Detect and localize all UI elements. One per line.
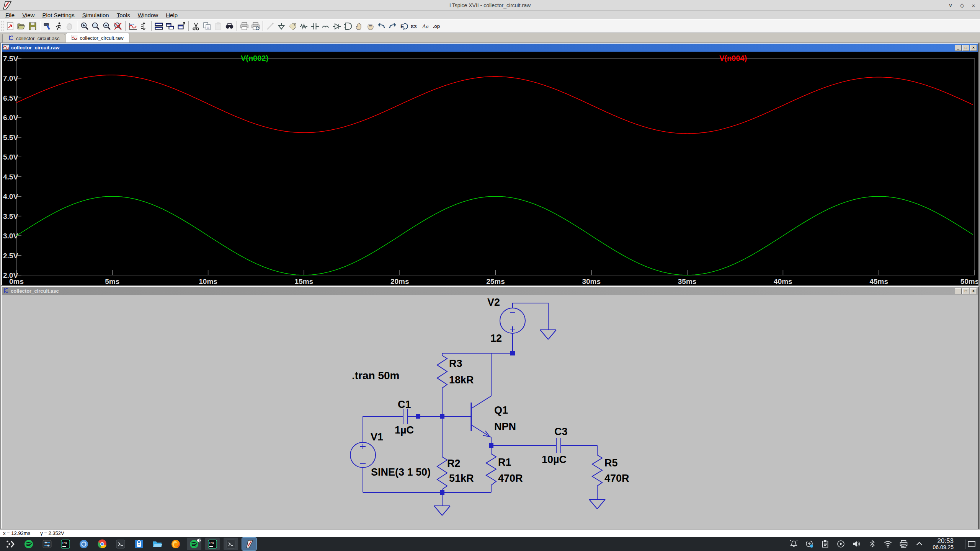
label-c1-name[interactable]: C1: [398, 399, 411, 410]
component-r3-resistor[interactable]: [437, 355, 447, 388]
resistor-button[interactable]: [298, 21, 309, 31]
label-net-button[interactable]: [287, 21, 298, 31]
mirror-button[interactable]: Ɛ3: [409, 21, 420, 31]
schematic-window-titlebar[interactable]: collector_circuit.asc _□×: [2, 287, 978, 295]
bluetooth-icon[interactable]: [868, 540, 877, 549]
label-v2-value[interactable]: 12: [490, 333, 502, 344]
redo-button[interactable]: [387, 21, 398, 31]
component-c3-capacitor[interactable]: [556, 438, 561, 453]
toolbar-drag-handle[interactable]: [1, 21, 3, 31]
taskbar-settings-icon[interactable]: [40, 538, 54, 550]
window-titlebar[interactable]: LTspice XVII - collector_circuit.raw ∨◇×: [0, 0, 980, 11]
component-c1-capacitor[interactable]: [403, 409, 408, 424]
taskbar-spotify-running-icon[interactable]: [187, 538, 201, 550]
inductor-button[interactable]: [320, 21, 332, 31]
schematic-minimize-button[interactable]: _: [955, 288, 962, 294]
zoom-extents-button[interactable]: [113, 21, 124, 31]
capacitor-button[interactable]: [309, 21, 320, 31]
waveform-minimize-button[interactable]: _: [955, 45, 962, 51]
taskbar-terminal-running-icon[interactable]: [224, 538, 238, 550]
menu-simulation[interactable]: Simulation: [78, 11, 113, 19]
tab-collector-circuit-asc[interactable]: collector_circuit.asc: [2, 34, 65, 42]
taskbar-ltspice-running-icon[interactable]: [242, 538, 256, 550]
ground-button[interactable]: [276, 21, 287, 31]
label-v2-name[interactable]: V2: [487, 297, 500, 308]
print-button[interactable]: [239, 21, 250, 31]
print-preview-button[interactable]: [250, 21, 261, 31]
taskbar-file-manager-icon[interactable]: [150, 538, 165, 550]
menu-help[interactable]: Help: [162, 11, 181, 19]
trace-V(n002)[interactable]: [16, 196, 973, 275]
component-q1-npn-transistor[interactable]: [471, 396, 491, 437]
menu-window[interactable]: Window: [134, 11, 162, 19]
menu-plot-settings[interactable]: Plot Settings: [38, 11, 78, 19]
label-r5-name[interactable]: R5: [604, 457, 618, 469]
label-r2-name[interactable]: R2: [447, 458, 461, 469]
taskbar-spotify-icon[interactable]: [21, 538, 36, 550]
system-minimize-button[interactable]: ∨: [947, 2, 954, 9]
cascade-button[interactable]: [176, 21, 187, 31]
trace-V(n004)[interactable]: [16, 75, 973, 134]
spice-directive-button[interactable]: .op: [431, 21, 443, 31]
taskbar-app-launcher-icon[interactable]: [3, 538, 18, 550]
trace-label-V(n004)[interactable]: V(n004): [719, 54, 747, 62]
copy-button[interactable]: [202, 21, 213, 31]
component-v2-voltage-source[interactable]: [500, 308, 525, 333]
volume-icon[interactable]: [852, 540, 861, 549]
drag-button[interactable]: [365, 21, 376, 31]
autorange-y-button[interactable]: [127, 21, 139, 31]
plot-settings-button[interactable]: [139, 21, 150, 31]
zoom-back-button[interactable]: [90, 21, 101, 31]
taskbar-chromium-icon[interactable]: [77, 538, 91, 550]
halt-button[interactable]: [64, 21, 75, 31]
network-wifi-icon[interactable]: [884, 540, 893, 549]
taskbar-pycharm-icon[interactable]: PC: [58, 538, 73, 550]
label-c3-name[interactable]: C3: [554, 426, 568, 437]
paste-button[interactable]: [213, 21, 224, 31]
open-file-button[interactable]: [16, 21, 27, 31]
label-q1-type[interactable]: NPN: [494, 421, 516, 432]
cut-button[interactable]: [191, 21, 202, 31]
clipboard-icon[interactable]: [821, 540, 830, 549]
zoom-area-button[interactable]: [79, 21, 90, 31]
label-c3-value[interactable]: 10µC: [542, 454, 567, 465]
component-button[interactable]: [343, 21, 354, 31]
software-update-icon[interactable]: [805, 540, 814, 549]
label-r5-value[interactable]: 470R: [604, 473, 629, 484]
taskbar-pycharm-running-icon[interactable]: PC: [205, 538, 220, 550]
taskbar-terminal-icon[interactable]: [113, 538, 128, 550]
diode-button[interactable]: [332, 21, 343, 31]
notifications-icon[interactable]: [789, 540, 799, 549]
printer-icon[interactable]: [899, 540, 908, 549]
taskbar-discover-icon[interactable]: [132, 538, 146, 550]
trace-label-V(n002)[interactable]: V(n002): [241, 54, 268, 62]
schematic-maximize-button[interactable]: □: [962, 288, 969, 294]
label-c1-value[interactable]: 1µC: [395, 424, 414, 436]
spice-directive-text[interactable]: .tran 50m: [352, 370, 400, 381]
zoom-out-button[interactable]: [101, 21, 113, 31]
label-r3-name[interactable]: R3: [449, 358, 462, 369]
component-r5-resistor[interactable]: [592, 455, 602, 486]
menu-view[interactable]: View: [18, 11, 38, 19]
label-q1-name[interactable]: Q1: [494, 404, 508, 416]
menu-file[interactable]: File: [2, 11, 18, 19]
label-r3-value[interactable]: 18kR: [449, 374, 474, 386]
tile-horizontal-button[interactable]: [154, 21, 165, 31]
wire-button[interactable]: [265, 21, 276, 31]
taskbar-chrome-icon[interactable]: [95, 538, 109, 550]
waveform-close-button[interactable]: ×: [970, 45, 977, 51]
clock[interactable]: 20:53 06.09.25: [933, 538, 954, 550]
save-button[interactable]: [27, 21, 38, 31]
control-panel-button[interactable]: [42, 21, 53, 31]
media-player-icon[interactable]: [836, 540, 846, 549]
label-v1-name[interactable]: V1: [371, 431, 383, 443]
system-close-button[interactable]: ×: [970, 2, 977, 9]
schematic-close-button[interactable]: ×: [970, 288, 977, 294]
tab-collector-circuit-raw[interactable]: collector_circuit.raw: [66, 33, 129, 42]
move-button[interactable]: [354, 21, 365, 31]
label-v1-value[interactable]: SINE(3 1 50): [371, 466, 431, 478]
rotate-button[interactable]: E: [398, 21, 409, 31]
taskbar-firefox-icon[interactable]: [168, 538, 183, 550]
new-schematic-button[interactable]: [5, 21, 16, 31]
component-v1-voltage-source[interactable]: [350, 442, 376, 468]
